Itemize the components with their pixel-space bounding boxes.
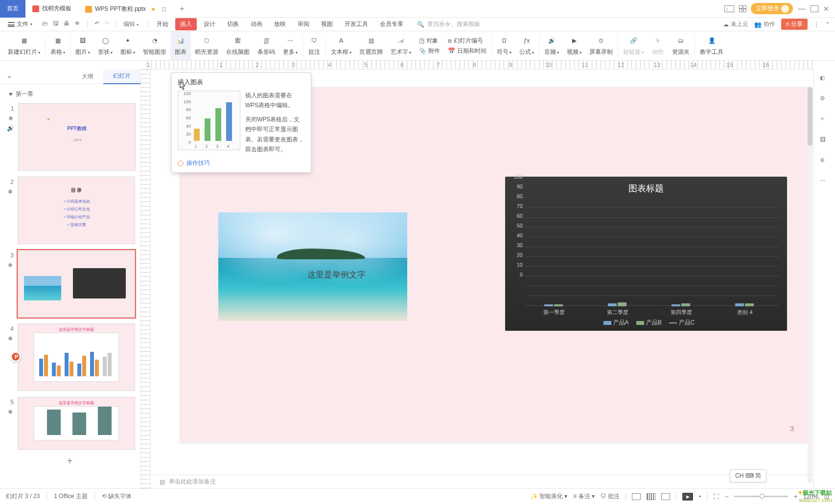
tab-home[interactable]: 首页	[0, 0, 25, 18]
datetime-button[interactable]: 📅日期和时间	[448, 47, 487, 55]
collapse-panel-icon[interactable]: «	[5, 73, 14, 80]
sidebar-text-icon[interactable]: ⊕	[820, 157, 830, 166]
app-grid-icon[interactable]	[739, 5, 746, 12]
print-icon[interactable]: 🖶	[64, 20, 70, 29]
collab-button[interactable]: 👥协作	[754, 20, 775, 28]
sidebar-image-icon[interactable]: 🖼	[820, 136, 830, 146]
slide-number-button[interactable]: ⧈幻灯片编号	[448, 37, 487, 45]
share-button[interactable]: ⎋ 分享	[781, 19, 808, 30]
sidebar-tools-icon[interactable]: ⚙	[820, 95, 830, 105]
sidebar-expand-icon[interactable]: ◐	[820, 74, 830, 84]
edit-dropdown[interactable]: 编辑 ▾	[123, 20, 139, 29]
header-footer-button[interactable]: ▤页眉页脚	[355, 31, 387, 60]
tab-start[interactable]: 开始	[152, 18, 173, 30]
audio-button[interactable]: 🔊音频▾	[540, 31, 563, 60]
symbol-button[interactable]: Ω符号▾	[493, 31, 515, 60]
section-header[interactable]: 第一章	[0, 88, 139, 100]
tab-document[interactable]: WPS PPT教程.pptx ⊡	[78, 0, 173, 18]
vertical-ruler[interactable]	[141, 69, 151, 488]
video-button[interactable]: ▶视频▾	[563, 31, 585, 60]
comments-toggle[interactable]: 🗨 批注	[601, 492, 620, 501]
fit-button[interactable]: ⛶	[713, 493, 719, 500]
more-insert-button[interactable]: ⋯更多▾	[279, 31, 302, 60]
tab-template[interactable]: 找稻壳模板	[25, 0, 78, 18]
minimize-button[interactable]: —	[798, 4, 806, 13]
beautify-button[interactable]: ✨ 智能美化 ▾	[531, 492, 568, 501]
maximize-button[interactable]	[811, 5, 818, 12]
slide-thumb-1[interactable]: 1✱🔊 ◂ PPT教程 - PPT	[0, 100, 139, 174]
tooltip-tips-link[interactable]: 操作技巧	[178, 159, 305, 167]
equation-button[interactable]: ƒx公式▾	[515, 31, 538, 60]
textbox-button[interactable]: 𝖠文本框▾	[327, 31, 355, 60]
tab-insert[interactable]: 插入	[175, 18, 197, 30]
beach-image[interactable]	[218, 212, 407, 321]
notes-area[interactable]: ▤ 单击此处添加备注	[151, 475, 813, 488]
tab-slideshow[interactable]: 放映	[269, 18, 291, 30]
teaching-tools-button[interactable]: 👤教学工具	[696, 31, 727, 60]
close-window-button[interactable]: ✕	[823, 5, 829, 13]
open-icon[interactable]: 🗁	[42, 20, 48, 29]
barcode-button[interactable]: ∭条形码	[254, 31, 279, 60]
screen-record-button[interactable]: ⊙屏幕录制	[585, 31, 617, 60]
redo-icon[interactable]: ↷	[104, 20, 109, 29]
slide-thumb-5[interactable]: 5✱ 这里是举例文字标题	[0, 394, 139, 453]
tab-vip[interactable]: 会员专享	[375, 18, 408, 30]
slide-thumb-3[interactable]: 3✱	[0, 247, 139, 321]
tab-view[interactable]: 视图	[316, 18, 338, 30]
command-search[interactable]: 🔍 查找命令、搜索模板	[417, 20, 480, 28]
thumbnail-list[interactable]: 第一章 1✱🔊 ◂ PPT教程 - PPT 2✱ 目 录 ✓介绍基本信息 ✓介绍…	[0, 84, 140, 488]
tab-outline[interactable]: 大纲	[72, 69, 103, 84]
horizontal-ruler[interactable]: 112345678910111213141516	[147, 61, 813, 69]
missing-font-button[interactable]: ⟲ 缺失字体	[102, 492, 132, 501]
notes-toggle[interactable]: ≡ 备注 ▾	[573, 492, 595, 501]
table-button[interactable]: ▦表格▾	[46, 31, 69, 60]
wordart-button[interactable]: 𝒜艺术字▾	[387, 31, 415, 60]
zoom-out-button[interactable]: −	[725, 493, 728, 500]
action-button[interactable]: 🖱动作	[648, 31, 668, 60]
vertical-scrollbar[interactable]	[808, 87, 812, 483]
print-preview-icon[interactable]: 👁	[74, 20, 80, 29]
tab-slides[interactable]: 幻灯片	[103, 69, 140, 84]
collapse-ribbon-icon[interactable]: ⌃	[825, 21, 830, 28]
zoom-slider[interactable]	[734, 496, 788, 497]
sidebar-more-icon[interactable]: ⋯	[820, 177, 830, 187]
sorter-view-button[interactable]	[647, 493, 655, 500]
reading-view-button[interactable]	[661, 493, 670, 500]
new-slide-button[interactable]: ▦新建幻灯片▾	[4, 31, 44, 60]
slide-thumb-4[interactable]: 4✱ 这里是举例文字标题	[0, 321, 139, 394]
tab-review[interactable]: 审阅	[293, 18, 314, 30]
shapes-button[interactable]: ◯形状▾	[94, 31, 116, 60]
slide-thumb-2[interactable]: 2✱ 目 录 ✓介绍基本信息 ✓介绍公司文化 ✓详细介绍产品 ✓营销方案	[0, 174, 139, 247]
normal-view-button[interactable]	[632, 493, 641, 500]
sidebar-animation-icon[interactable]: ✧	[820, 115, 830, 125]
embedded-chart[interactable]: 图表标题 产品A 产品B 产品C 0102030405060708090100第…	[505, 177, 787, 331]
new-tab-button[interactable]: +	[173, 4, 191, 13]
caption-text[interactable]: 这里是举例文字	[307, 269, 366, 280]
more-menu-icon[interactable]: ⋮	[813, 21, 819, 28]
attachment-button[interactable]: 📎附件	[419, 47, 440, 55]
icons-button[interactable]: ✦图标▾	[116, 31, 139, 60]
tab-transition[interactable]: 切换	[222, 18, 244, 30]
tab-devtools[interactable]: 开发工具	[340, 18, 373, 30]
undo-icon[interactable]: ↶	[94, 20, 99, 29]
file-menu[interactable]: 文件▾	[5, 20, 35, 28]
add-slide-button[interactable]: +	[0, 453, 139, 470]
tab-design[interactable]: 设计	[199, 18, 220, 30]
ime-indicator[interactable]: CH ⌨ 简	[730, 469, 766, 482]
object-button[interactable]: ◳对象	[419, 37, 440, 45]
hyperlink-button[interactable]: 🔗超链接▾	[619, 31, 648, 60]
tab-pin-icon[interactable]: ⊡	[162, 6, 166, 13]
docer-resource-button[interactable]: ⬡稻壳资源	[191, 31, 222, 60]
save-icon[interactable]: 🖫	[53, 20, 59, 29]
layout-icon[interactable]: 1	[724, 5, 734, 12]
chart-button[interactable]: 📊图表	[170, 31, 191, 60]
login-button[interactable]: 立即登录	[751, 3, 793, 14]
tab-animation[interactable]: 动画	[246, 18, 267, 30]
zoom-in-button[interactable]: +	[794, 493, 797, 500]
slideshow-button[interactable]: ▶	[682, 493, 693, 501]
cloud-status[interactable]: ☁未上云	[723, 20, 748, 28]
comment-button[interactable]: 🗨批注	[304, 31, 325, 60]
mindmap-button[interactable]: 🕸在线脑图	[222, 31, 254, 60]
resource-folder-button[interactable]: 🗂资源夹	[668, 31, 694, 60]
picture-button[interactable]: 🖼图片▾	[71, 31, 94, 60]
